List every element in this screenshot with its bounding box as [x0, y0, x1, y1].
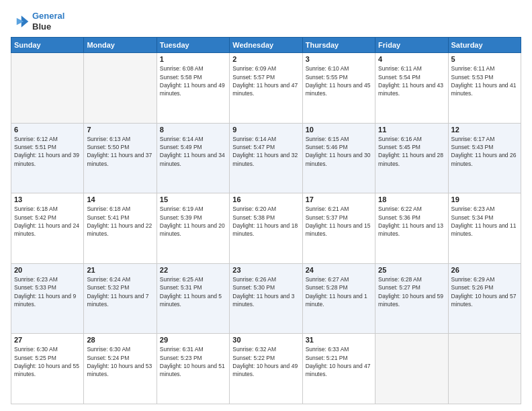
day-detail: Sunrise: 6:18 AMSunset: 5:41 PMDaylight:… — [87, 205, 153, 238]
day-detail: Sunrise: 6:19 AMSunset: 5:39 PMDaylight:… — [160, 205, 226, 238]
calendar-cell: 22Sunrise: 6:25 AMSunset: 5:31 PMDayligh… — [157, 263, 229, 334]
day-detail: Sunrise: 6:33 AMSunset: 5:21 PMDaylight:… — [306, 345, 372, 378]
calendar-cell — [11, 53, 84, 124]
calendar-cell: 3Sunrise: 6:10 AMSunset: 5:55 PMDaylight… — [302, 53, 375, 124]
day-number: 31 — [306, 336, 372, 344]
day-detail: Sunrise: 6:11 AMSunset: 5:54 PMDaylight:… — [378, 64, 445, 97]
day-detail: Sunrise: 6:26 AMSunset: 5:30 PMDaylight:… — [232, 275, 299, 308]
day-detail: Sunrise: 6:12 AMSunset: 5:51 PMDaylight:… — [14, 135, 81, 168]
day-number: 2 — [232, 55, 299, 63]
page: General Blue SundayMondayTuesdayWednesda… — [0, 0, 532, 411]
day-detail: Sunrise: 6:22 AMSunset: 5:36 PMDaylight:… — [378, 205, 445, 238]
logo-line1: General — [32, 11, 64, 21]
day-detail: Sunrise: 6:17 AMSunset: 5:43 PMDaylight:… — [451, 135, 518, 168]
day-detail: Sunrise: 6:09 AMSunset: 5:57 PMDaylight:… — [232, 64, 299, 97]
calendar-cell: 9Sunrise: 6:14 AMSunset: 5:47 PMDaylight… — [230, 123, 302, 193]
day-detail: Sunrise: 6:21 AMSunset: 5:37 PMDaylight:… — [306, 205, 372, 238]
calendar-cell: 15Sunrise: 6:19 AMSunset: 5:39 PMDayligh… — [157, 193, 229, 264]
calendar-cell: 19Sunrise: 6:23 AMSunset: 5:34 PMDayligh… — [448, 193, 521, 264]
calendar-cell: 28Sunrise: 6:30 AMSunset: 5:24 PMDayligh… — [84, 334, 157, 404]
day-number: 21 — [87, 266, 153, 274]
calendar-cell — [84, 53, 157, 124]
weekday-tuesday: Tuesday — [157, 38, 229, 53]
day-number: 7 — [87, 126, 153, 134]
day-number: 4 — [378, 55, 445, 63]
day-number: 5 — [451, 55, 518, 63]
day-number: 14 — [87, 195, 153, 203]
calendar-cell: 16Sunrise: 6:20 AMSunset: 5:38 PMDayligh… — [230, 193, 302, 264]
calendar-cell: 23Sunrise: 6:26 AMSunset: 5:30 PMDayligh… — [230, 263, 302, 334]
day-number: 29 — [160, 336, 226, 344]
day-number: 13 — [14, 195, 81, 203]
day-detail: Sunrise: 6:30 AMSunset: 5:25 PMDaylight:… — [14, 345, 81, 378]
calendar-cell: 2Sunrise: 6:09 AMSunset: 5:57 PMDaylight… — [230, 53, 302, 124]
day-number: 28 — [87, 336, 153, 344]
weekday-friday: Friday — [375, 38, 448, 53]
calendar-cell: 29Sunrise: 6:31 AMSunset: 5:23 PMDayligh… — [157, 334, 229, 404]
day-detail: Sunrise: 6:14 AMSunset: 5:49 PMDaylight:… — [160, 135, 226, 168]
day-detail: Sunrise: 6:15 AMSunset: 5:46 PMDaylight:… — [306, 135, 372, 168]
week-row-5: 27Sunrise: 6:30 AMSunset: 5:25 PMDayligh… — [11, 334, 521, 404]
day-detail: Sunrise: 6:30 AMSunset: 5:24 PMDaylight:… — [87, 345, 153, 378]
day-number: 30 — [232, 336, 299, 344]
day-detail: Sunrise: 6:29 AMSunset: 5:26 PMDaylight:… — [451, 275, 518, 308]
header: General Blue — [11, 11, 521, 32]
day-detail: Sunrise: 6:23 AMSunset: 5:34 PMDaylight:… — [451, 205, 518, 238]
calendar-cell — [375, 334, 448, 404]
calendar-cell — [448, 334, 521, 404]
calendar-cell: 6Sunrise: 6:12 AMSunset: 5:51 PMDaylight… — [11, 123, 84, 193]
day-detail: Sunrise: 6:31 AMSunset: 5:23 PMDaylight:… — [160, 345, 226, 378]
day-detail: Sunrise: 6:14 AMSunset: 5:47 PMDaylight:… — [232, 135, 299, 168]
day-number: 22 — [160, 266, 226, 274]
day-detail: Sunrise: 6:08 AMSunset: 5:58 PMDaylight:… — [160, 64, 226, 97]
logo-icon — [11, 12, 30, 31]
day-number: 3 — [306, 55, 372, 63]
day-detail: Sunrise: 6:11 AMSunset: 5:53 PMDaylight:… — [451, 64, 518, 97]
weekday-thursday: Thursday — [302, 38, 375, 53]
week-row-1: 1Sunrise: 6:08 AMSunset: 5:58 PMDaylight… — [11, 53, 521, 124]
day-number: 16 — [232, 195, 299, 203]
calendar-cell: 21Sunrise: 6:24 AMSunset: 5:32 PMDayligh… — [84, 263, 157, 334]
calendar-cell: 8Sunrise: 6:14 AMSunset: 5:49 PMDaylight… — [157, 123, 229, 193]
week-row-2: 6Sunrise: 6:12 AMSunset: 5:51 PMDaylight… — [11, 123, 521, 193]
calendar-cell: 5Sunrise: 6:11 AMSunset: 5:53 PMDaylight… — [448, 53, 521, 124]
day-detail: Sunrise: 6:18 AMSunset: 5:42 PMDaylight:… — [14, 205, 81, 238]
day-number: 27 — [14, 336, 81, 344]
day-detail: Sunrise: 6:16 AMSunset: 5:45 PMDaylight:… — [378, 135, 445, 168]
weekday-sunday: Sunday — [11, 38, 84, 53]
day-detail: Sunrise: 6:32 AMSunset: 5:22 PMDaylight:… — [232, 345, 299, 378]
day-number: 12 — [451, 126, 518, 134]
calendar-cell: 18Sunrise: 6:22 AMSunset: 5:36 PMDayligh… — [375, 193, 448, 264]
day-detail: Sunrise: 6:27 AMSunset: 5:28 PMDaylight:… — [306, 275, 372, 308]
day-number: 23 — [232, 266, 299, 274]
calendar-cell: 14Sunrise: 6:18 AMSunset: 5:41 PMDayligh… — [84, 193, 157, 264]
day-detail: Sunrise: 6:10 AMSunset: 5:55 PMDaylight:… — [306, 64, 372, 97]
day-number: 24 — [306, 266, 372, 274]
calendar-cell: 26Sunrise: 6:29 AMSunset: 5:26 PMDayligh… — [448, 263, 521, 334]
calendar-cell: 7Sunrise: 6:13 AMSunset: 5:50 PMDaylight… — [84, 123, 157, 193]
calendar-cell: 20Sunrise: 6:23 AMSunset: 5:33 PMDayligh… — [11, 263, 84, 334]
day-number: 1 — [160, 55, 226, 63]
weekday-header-row: SundayMondayTuesdayWednesdayThursdayFrid… — [11, 38, 521, 53]
day-detail: Sunrise: 6:28 AMSunset: 5:27 PMDaylight:… — [378, 275, 445, 308]
calendar: SundayMondayTuesdayWednesdayThursdayFrid… — [11, 37, 521, 404]
calendar-cell: 11Sunrise: 6:16 AMSunset: 5:45 PMDayligh… — [375, 123, 448, 193]
calendar-cell: 13Sunrise: 6:18 AMSunset: 5:42 PMDayligh… — [11, 193, 84, 264]
day-number: 26 — [451, 266, 518, 274]
day-detail: Sunrise: 6:25 AMSunset: 5:31 PMDaylight:… — [160, 275, 226, 308]
day-number: 8 — [160, 126, 226, 134]
day-number: 18 — [378, 195, 445, 203]
day-detail: Sunrise: 6:24 AMSunset: 5:32 PMDaylight:… — [87, 275, 153, 308]
calendar-cell: 31Sunrise: 6:33 AMSunset: 5:21 PMDayligh… — [302, 334, 375, 404]
logo: General Blue — [11, 11, 64, 32]
day-detail: Sunrise: 6:20 AMSunset: 5:38 PMDaylight:… — [232, 205, 299, 238]
day-number: 19 — [451, 195, 518, 203]
day-number: 10 — [306, 126, 372, 134]
logo-text: General Blue — [32, 11, 64, 32]
calendar-cell: 30Sunrise: 6:32 AMSunset: 5:22 PMDayligh… — [230, 334, 302, 404]
day-detail: Sunrise: 6:23 AMSunset: 5:33 PMDaylight:… — [14, 275, 81, 308]
day-number: 17 — [306, 195, 372, 203]
calendar-cell: 12Sunrise: 6:17 AMSunset: 5:43 PMDayligh… — [448, 123, 521, 193]
week-row-4: 20Sunrise: 6:23 AMSunset: 5:33 PMDayligh… — [11, 263, 521, 334]
weekday-wednesday: Wednesday — [230, 38, 302, 53]
